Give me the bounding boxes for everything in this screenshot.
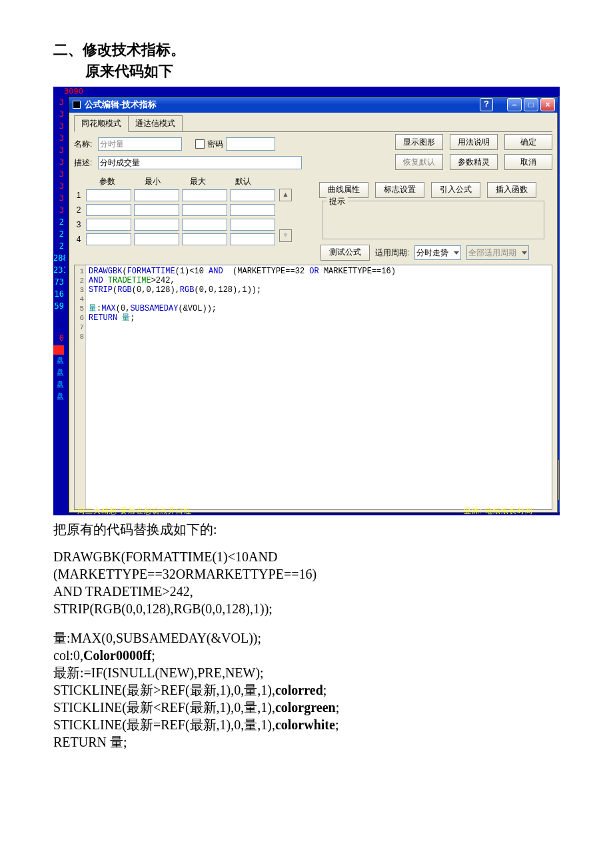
param1-min[interactable] [134, 189, 179, 201]
formula-editor-dialog: 公式编辑-技术指标 ? – □ × 同花顺模式 通达信模式 名称: [68, 96, 558, 513]
param-wizard-button[interactable]: 参数精灵 [450, 154, 498, 170]
import-formula-button[interactable]: 引入公式 [431, 182, 480, 198]
restore-default-button: 恢复默认 [395, 154, 443, 170]
titlebar[interactable]: 公式编辑-技术指标 ? – □ × [69, 97, 558, 113]
param4-name[interactable] [86, 233, 131, 245]
app-icon [73, 101, 81, 109]
param1-max[interactable] [182, 189, 227, 201]
section-subheading: 原来代码如下 [85, 61, 560, 81]
param3-name[interactable] [86, 219, 131, 231]
bg-top-code: 3090 [64, 87, 83, 96]
section-heading: 二、修改技术指标。 [53, 40, 560, 60]
period-label: 适用周期: [375, 247, 409, 259]
bg-bottom-text-right: 亚洲: 电纸纸长时间 [464, 506, 533, 515]
flag-settings-button[interactable]: 标志设置 [375, 182, 424, 198]
param3-def[interactable] [230, 219, 275, 231]
window-title: 公式编辑-技术指标 [85, 99, 157, 111]
tab-tongdaxin[interactable]: 通达信模式 [128, 115, 183, 131]
test-formula-button[interactable]: 测试公式 [320, 245, 370, 261]
param4-max[interactable] [182, 233, 227, 245]
bg-left-strip: 3 3 3 3 3 3 3 3 3 3 2 2 2 288 231 73 16 … [53, 96, 65, 512]
cancel-button[interactable]: 取消 [504, 154, 552, 170]
ok-button[interactable]: 确定 [504, 134, 552, 150]
param3-min[interactable] [134, 219, 179, 231]
param2-def[interactable] [230, 204, 275, 216]
new-code-block-2: 量:MAX(0,SUBSAMEDAY(&VOL)); col:0,Color00… [53, 629, 560, 751]
param1-def[interactable] [230, 189, 275, 201]
desc-input[interactable] [98, 156, 302, 169]
code-editor[interactable]: 1 2 3 4 5 6 7 8 DRAWGBK(FORMATTIME(1)<10… [74, 265, 552, 510]
replace-instruction: 把原有的代码替换成如下的: [53, 521, 560, 539]
show-graph-button[interactable]: 显示图形 [395, 134, 443, 150]
password-checkbox[interactable] [195, 139, 205, 149]
minimize-button[interactable]: – [507, 98, 522, 111]
period-select[interactable]: 分时走势 [414, 245, 461, 260]
close-button[interactable]: × [540, 98, 555, 111]
usage-button[interactable]: 用法说明 [450, 134, 498, 150]
tip-groupbox: 提示 [322, 201, 544, 239]
name-label: 名称: [74, 139, 98, 150]
help-icon[interactable]: ? [480, 98, 493, 111]
line-gutter: 1 2 3 4 5 6 7 8 [75, 265, 86, 509]
tip-legend: 提示 [326, 196, 348, 207]
screenshot-container: 3090 3 3 3 3 3 3 3 3 3 3 2 2 2 288 231 7… [53, 87, 560, 515]
param-grid: 1 2 3 4 [74, 189, 275, 246]
param4-min[interactable] [134, 233, 179, 245]
period-all-select: 全部适用周期 [466, 245, 529, 260]
param3-max[interactable] [182, 219, 227, 231]
param2-max[interactable] [182, 204, 227, 216]
desc-label: 描述: [74, 157, 98, 169]
bg-red-box [53, 345, 64, 355]
param1-name[interactable] [86, 189, 131, 201]
bg-bottom-text-left: 一周三大精想 要后在想说点开口红 [69, 506, 192, 515]
code-source[interactable]: DRAWGBK(FORMATTIME(1)<10 AND (MARKETTYPE… [86, 265, 398, 509]
new-code-block-1: DRAWGBK(FORMATTIME(1)<10AND (MARKETTYPE=… [53, 548, 560, 617]
name-input[interactable] [98, 137, 182, 151]
param4-def[interactable] [230, 233, 275, 245]
param-spin-down[interactable]: ▼ [279, 229, 292, 242]
maximize-button[interactable]: □ [524, 98, 538, 111]
param2-min[interactable] [134, 204, 179, 216]
tab-tonghuashun[interactable]: 同花顺模式 [74, 115, 129, 132]
password-input[interactable] [226, 137, 275, 151]
mode-tabs: 同花顺模式 通达信模式 [74, 117, 552, 132]
password-label: 密码 [207, 139, 223, 150]
param-spin-up[interactable]: ▲ [279, 189, 292, 201]
param2-name[interactable] [86, 204, 131, 216]
insert-function-button[interactable]: 插入函数 [487, 182, 536, 198]
